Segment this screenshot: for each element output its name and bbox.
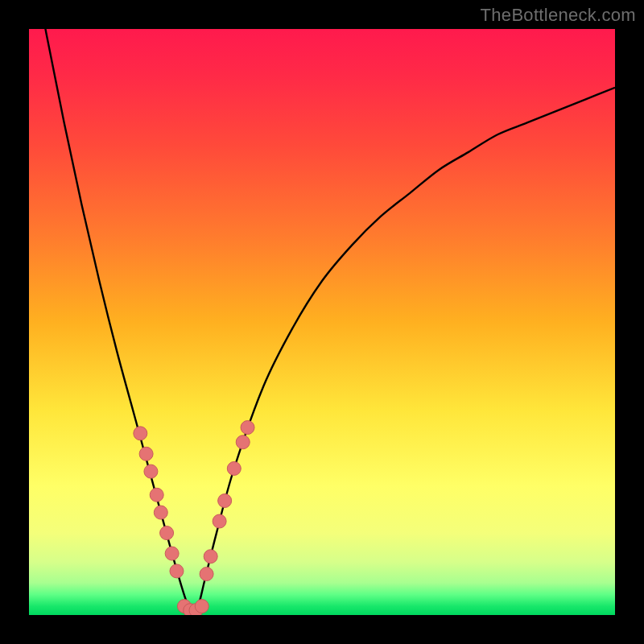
watermark-text: TheBottleneck.com xyxy=(481,5,636,26)
data-dots xyxy=(134,421,254,615)
data-dot xyxy=(165,547,179,560)
data-dot xyxy=(134,427,147,440)
data-dot xyxy=(213,514,226,528)
bottleneck-curve xyxy=(29,29,615,612)
plot-area xyxy=(29,29,615,615)
data-dot xyxy=(160,526,174,540)
data-dot xyxy=(204,550,217,564)
data-dot xyxy=(150,488,163,502)
data-dot xyxy=(195,600,208,613)
data-dot xyxy=(144,464,158,478)
data-dot xyxy=(200,568,213,581)
data-dot xyxy=(241,421,254,435)
chart-stage: TheBottleneck.com xyxy=(0,0,644,644)
data-dot xyxy=(236,436,250,449)
data-dot xyxy=(218,494,232,508)
curve-layer xyxy=(29,29,615,615)
data-dot xyxy=(139,447,153,460)
data-dot xyxy=(154,506,167,519)
data-dot xyxy=(227,462,241,476)
data-dot xyxy=(170,564,184,578)
